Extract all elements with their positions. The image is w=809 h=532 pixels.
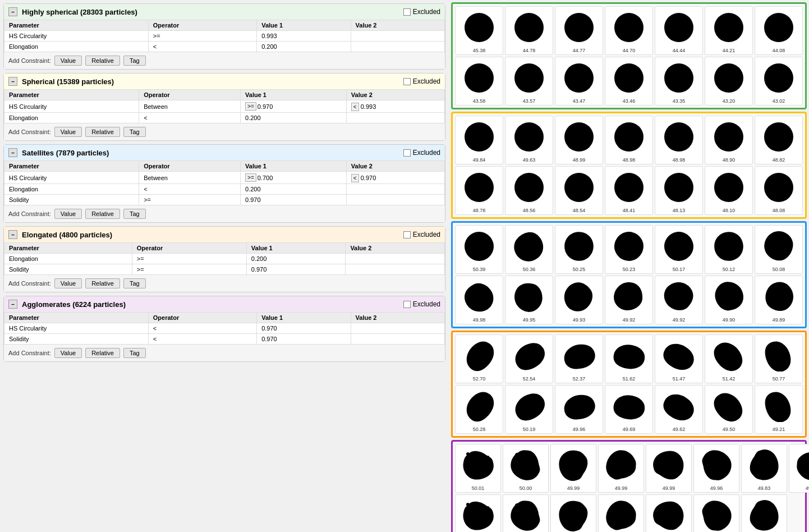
excluded-checkbox[interactable] <box>403 149 411 157</box>
particle-cell: 49.77 <box>455 494 501 532</box>
value-button[interactable]: Value <box>54 209 82 219</box>
category-title: Satellites (7879 particles) <box>22 149 109 157</box>
particle-label: 49.93 <box>573 317 586 323</box>
particle-image <box>608 58 650 98</box>
particle-label: 50.28 <box>473 426 486 432</box>
svg-point-26 <box>714 173 743 202</box>
category-header: – Agglomerates (6224 particles) Excluded <box>4 296 445 312</box>
collapse-button[interactable]: – <box>8 300 17 309</box>
tag-button[interactable]: Tag <box>123 278 146 288</box>
relative-button[interactable]: Relative <box>85 278 120 288</box>
particle-cell: 49.92 <box>655 276 703 324</box>
tag-button[interactable]: Tag <box>123 348 146 358</box>
excluded-checkbox[interactable] <box>403 8 411 16</box>
constraints-table: Parameter Operator Value 1 Value 2 Elong… <box>4 242 445 275</box>
tag-button[interactable]: Tag <box>123 127 146 137</box>
constraints-table: Parameter Operator Value 1 Value 2 HS Ci… <box>4 312 445 345</box>
particle-label: 43.57 <box>523 98 536 104</box>
tag-button[interactable]: Tag <box>123 209 146 219</box>
particle-label: 49.98 <box>473 317 486 323</box>
particle-label: 49.50 <box>723 426 736 432</box>
relative-button[interactable]: Relative <box>85 127 120 137</box>
particle-cell: 43.47 <box>555 57 603 106</box>
particle-cell: 50.77 <box>755 334 803 383</box>
particle-cell: 49.90 <box>705 276 753 324</box>
svg-point-52 <box>663 507 668 511</box>
constraint-parameter: HS Circularity <box>4 31 149 42</box>
particle-label: 48.98 <box>623 157 636 163</box>
relative-button[interactable]: Relative <box>85 56 120 66</box>
value-button[interactable]: Value <box>54 278 82 288</box>
particle-image <box>458 387 500 426</box>
col-value2: Value 2 <box>351 313 444 323</box>
particle-image <box>658 227 700 266</box>
tag-button[interactable]: Tag <box>123 56 146 66</box>
constraint-row: Elongation < 0.200 <box>4 42 445 52</box>
value-button[interactable]: Value <box>54 348 82 358</box>
add-constraint-bar: Add Constraint: Value Relative Tag <box>4 52 445 69</box>
particle-label: 44.70 <box>623 48 636 53</box>
image-grid-inner: 50.01 50.00 49.99 49.99 49.99 <box>455 444 803 532</box>
particle-label: 48.90 <box>723 157 736 163</box>
constraint-parameter: HS Circularity <box>4 323 149 334</box>
svg-point-14 <box>465 122 494 152</box>
collapse-button[interactable]: – <box>8 148 17 157</box>
particle-image <box>558 8 600 47</box>
add-constraint-label: Add Constraint: <box>8 210 51 217</box>
value-button[interactable]: Value <box>54 56 82 66</box>
excluded-checkbox[interactable] <box>403 78 411 85</box>
constraint-parameter: Elongation <box>4 254 132 264</box>
particle-cell: 51.47 <box>655 334 703 383</box>
svg-point-29 <box>487 456 489 458</box>
particle-label: 48.56 <box>523 208 536 213</box>
category-header: – Satellites (7879 particles) Excluded <box>4 145 445 160</box>
particle-label: 48.98 <box>673 157 686 163</box>
particle-cell: 51.42 <box>705 334 753 383</box>
excluded-checkbox[interactable] <box>403 301 411 308</box>
constraint-row: HS Circularity >= 0.993 <box>4 31 445 42</box>
col-value2: Value 2 <box>346 161 444 172</box>
excluded-container: Excluded <box>403 149 440 157</box>
particle-cell: 48.41 <box>605 166 653 215</box>
constraint-row: Solidity >= 0.970 <box>4 195 445 205</box>
collapse-button[interactable]: – <box>8 77 17 86</box>
collapse-button[interactable]: – <box>8 230 17 239</box>
relative-button[interactable]: Relative <box>85 348 120 358</box>
particle-label: 48.99 <box>573 157 586 163</box>
svg-point-34 <box>614 456 618 459</box>
particle-cell: 49.92 <box>605 276 653 324</box>
particle-image <box>558 387 600 426</box>
particle-label: 48.78 <box>473 208 486 213</box>
constraint-parameter: Solidity <box>4 334 149 345</box>
constraint-row: Elongation < 0.200 <box>4 113 445 123</box>
svg-point-30 <box>515 453 520 457</box>
particle-label: 49.81 <box>806 485 809 491</box>
particle-cell: 43.02 <box>755 57 803 106</box>
constraint-parameter: HS Circularity <box>4 100 139 113</box>
particle-image <box>757 277 800 317</box>
constraint-operator: < <box>148 42 256 52</box>
particle-label: 49.99 <box>567 485 580 491</box>
constraint-row: HS Circularity Between >= 0.700 < 0.970 <box>4 172 445 184</box>
constraint-row: Solidity >= 0.970 <box>4 264 445 275</box>
particle-cell: 48.78 <box>455 166 503 215</box>
image-grid-agglomerates: 50.01 50.00 49.99 49.99 49.99 <box>451 440 807 532</box>
particle-image <box>457 446 499 485</box>
value-button[interactable]: Value <box>54 127 82 137</box>
particle-label: 45.38 <box>473 48 486 53</box>
collapse-button[interactable]: – <box>8 7 17 16</box>
excluded-checkbox[interactable] <box>403 231 411 239</box>
particle-image <box>707 387 750 426</box>
particle-image <box>508 117 550 157</box>
svg-point-12 <box>714 63 743 93</box>
particle-cell: 43.35 <box>655 57 703 106</box>
add-constraint-bar: Add Constraint: Value Relative Tag <box>4 275 445 292</box>
particle-image <box>658 168 700 207</box>
constraint-value1: 0.200 <box>257 42 351 52</box>
particle-label: 43.02 <box>773 98 785 104</box>
constraint-parameter: Elongation <box>4 42 149 52</box>
particle-image <box>658 8 700 47</box>
image-grid-inner: 49.84 49.63 48.99 48.98 48.98 <box>455 116 803 215</box>
particle-image <box>707 117 750 157</box>
relative-button[interactable]: Relative <box>85 209 120 219</box>
